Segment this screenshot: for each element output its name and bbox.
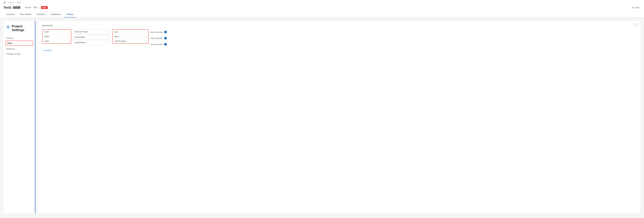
field-value-2: incremental: [75, 36, 85, 38]
field-select-3[interactable]: presetName ▾: [73, 40, 111, 45]
sidebar: ⚙ Project Settings General Rules Webhook…: [4, 21, 35, 213]
allow-override-3: Allow Override: ✓: [150, 42, 167, 47]
divider: [22, 6, 23, 9]
allow-override-checkbox-1[interactable]: ✓: [164, 31, 167, 33]
severity-badge: High: [41, 6, 48, 9]
scanner-select-2[interactable]: SAST ▾: [42, 34, 71, 39]
project-badge: Project: [13, 7, 20, 9]
chevron-down-icon: ▾: [146, 31, 147, 33]
scanner-value-1: SAST: [44, 31, 49, 33]
branch-label: Branch: [25, 7, 31, 9]
scanner-value-2: SAST: [44, 35, 49, 38]
branch-value: N/A: [34, 7, 37, 9]
field-select-2[interactable]: incremental ▾: [73, 35, 111, 40]
value-column-group: true ▾ false ▾ ASA Premium ▾: [112, 29, 149, 44]
field-value-3: presetName: [75, 41, 85, 44]
nav-tabs: Overview Scan History Scanners Complianc…: [4, 11, 640, 17]
scanner-column-group: SAST ▾ SAST ▾ SAST ▾: [42, 29, 71, 44]
scanner-value-3: SAST: [44, 40, 49, 42]
sidebar-item-webhooks[interactable]: Webhooks: [4, 46, 35, 51]
breadcrumb-projects[interactable]: Projects: [8, 2, 14, 4]
value-select-2[interactable]: false ▾: [113, 34, 148, 39]
chevron-down-icon: ▾: [38, 7, 38, 8]
sidebar-title: Project Settings: [12, 24, 32, 32]
section-title: By Rule (3): [42, 24, 636, 27]
scan-icon: ⊙: [632, 6, 634, 9]
chevron-down-icon: ▾: [68, 31, 69, 33]
chevron-down-icon: ▾: [68, 36, 69, 37]
tab-settings[interactable]: Settings: [64, 11, 76, 18]
main-content: ⚙ Project Settings General Rules Webhook…: [0, 18, 644, 216]
override-column-group: Allow Override: ✓ Allow Override: ✓ Allo…: [150, 29, 167, 47]
chevron-down-icon: ▾: [108, 31, 109, 33]
scanner-select-1[interactable]: SAST ▾: [42, 30, 71, 34]
sidebar-item-general[interactable]: General: [4, 36, 35, 41]
add-rule-button[interactable]: + Add Rule: [42, 49, 52, 52]
chevron-down-icon: ▾: [68, 40, 69, 42]
allow-override-label-2: Allow Override:: [150, 37, 163, 39]
scan-button[interactable]: ⊙ Scan: [631, 6, 640, 10]
title-bar: Test1 Project Branch N/A ▾ High ⊙ Scan: [4, 4, 640, 11]
tab-scan-history[interactable]: Scan History: [17, 11, 34, 18]
allow-override-label-1: Allow Override:: [150, 31, 163, 33]
chevron-down-icon: ▾: [146, 40, 147, 42]
chevron-down-icon: ▾: [108, 42, 109, 43]
value-1: true: [114, 31, 118, 33]
field-select-1[interactable]: fast scan mode ▾: [73, 29, 111, 34]
value-3: ASA Premium: [114, 40, 126, 42]
allow-override-checkbox-3[interactable]: ✓: [164, 43, 167, 45]
help-icon[interactable]: ?: [635, 23, 638, 27]
allow-override-2: Allow Override: ✓: [150, 35, 167, 41]
allow-override-1: Allow Override: ✓: [150, 29, 167, 35]
scanner-select-3[interactable]: SAST ▾: [42, 39, 71, 43]
allow-override-checkbox-2[interactable]: ✓: [164, 37, 167, 39]
field-column-group: fast scan mode ▾ incremental ▾ presetNam…: [73, 29, 111, 45]
sidebar-item-rules[interactable]: Rules: [5, 41, 33, 46]
tab-scanners[interactable]: Scanners: [34, 11, 48, 18]
tab-compliance[interactable]: Compliance: [48, 11, 64, 18]
tab-overview[interactable]: Overview: [4, 11, 17, 18]
chevron-down-icon: ▾: [108, 36, 109, 38]
chevron-down-icon: ▾: [146, 36, 147, 37]
breadcrumb-current: Test1: [16, 2, 21, 4]
home-icon[interactable]: 🏠: [4, 2, 6, 4]
sidebar-header: ⚙ Project Settings: [4, 24, 35, 36]
sidebar-item-feedback-profile[interactable]: Feedback Profile: [4, 51, 35, 56]
scan-label: Scan: [635, 7, 639, 9]
value-select-1[interactable]: true ▾: [113, 30, 148, 34]
branch-selector[interactable]: N/A ▾: [32, 6, 40, 9]
page-title: Test1: [4, 6, 12, 10]
gear-icon: ⚙: [6, 25, 10, 30]
allow-override-label-3: Allow Override:: [150, 43, 163, 45]
value-select-3[interactable]: ASA Premium ▾: [113, 39, 148, 43]
breadcrumb: 🏠 › Projects › Test1: [4, 0, 640, 4]
value-2: false: [114, 35, 118, 38]
field-value-1: fast scan mode: [75, 31, 88, 33]
right-panel: ? By Rule (3) SAST ▾ SAST ▾ SAST ▾: [38, 21, 640, 213]
